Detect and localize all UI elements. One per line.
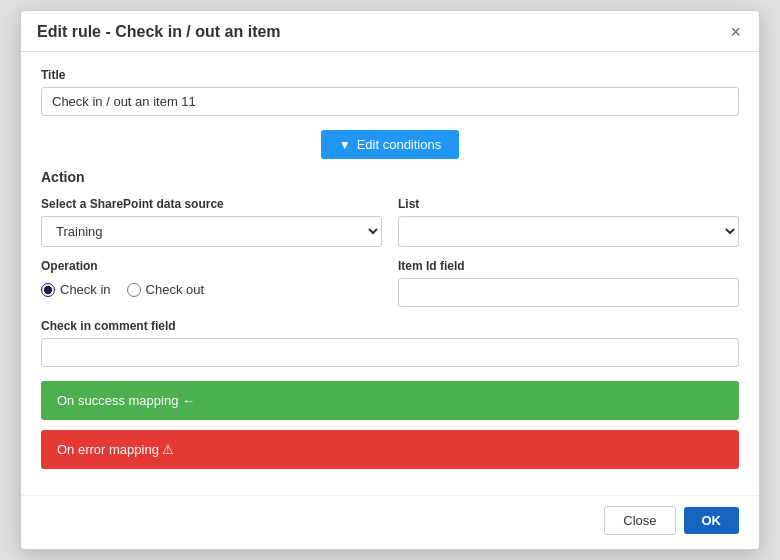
checkin-label: Check in: [60, 282, 111, 297]
item-id-group: Item Id field: [398, 259, 739, 307]
success-mapping-button[interactable]: On success mapping ←: [41, 381, 739, 420]
filter-icon: ▼: [339, 138, 351, 152]
datasource-list-row: Select a SharePoint data source Training…: [41, 197, 739, 247]
operation-label: Operation: [41, 259, 382, 273]
action-title: Action: [41, 169, 739, 185]
checkout-radio[interactable]: [127, 283, 141, 297]
operation-itemid-row: Operation Check in Check out Item Id fie: [41, 259, 739, 307]
title-field-group: Title: [41, 68, 739, 116]
dialog-header: Edit rule - Check in / out an item ×: [21, 11, 759, 52]
operation-group: Operation Check in Check out: [41, 259, 382, 297]
datasource-select[interactable]: Training: [41, 216, 382, 247]
list-label: List: [398, 197, 739, 211]
checkin-comment-label: Check in comment field: [41, 319, 739, 333]
title-label: Title: [41, 68, 739, 82]
action-section: Action Select a SharePoint data source T…: [41, 169, 739, 469]
item-id-label: Item Id field: [398, 259, 739, 273]
close-icon-button[interactable]: ×: [728, 23, 743, 41]
datasource-label: Select a SharePoint data source: [41, 197, 382, 211]
dialog-body: Title ▼ Edit conditions Action Select a …: [21, 52, 759, 495]
error-mapping-label: On error mapping ⚠: [57, 442, 175, 457]
list-select[interactable]: [398, 216, 739, 247]
list-group: List: [398, 197, 739, 247]
operation-radio-group: Check in Check out: [41, 282, 382, 297]
edit-conditions-row: ▼ Edit conditions: [41, 130, 739, 159]
checkin-radio-label[interactable]: Check in: [41, 282, 111, 297]
edit-conditions-button[interactable]: ▼ Edit conditions: [321, 130, 459, 159]
checkin-comment-group: Check in comment field: [41, 319, 739, 367]
ok-button[interactable]: OK: [684, 507, 740, 534]
checkout-radio-label[interactable]: Check out: [127, 282, 205, 297]
edit-conditions-label: Edit conditions: [357, 137, 442, 152]
datasource-group: Select a SharePoint data source Training: [41, 197, 382, 247]
title-input[interactable]: [41, 87, 739, 116]
error-mapping-button[interactable]: On error mapping ⚠: [41, 430, 739, 469]
checkin-comment-input[interactable]: [41, 338, 739, 367]
edit-rule-dialog: Edit rule - Check in / out an item × Tit…: [20, 10, 760, 550]
checkin-radio[interactable]: [41, 283, 55, 297]
item-id-input[interactable]: [398, 278, 739, 307]
checkout-label: Check out: [146, 282, 205, 297]
success-mapping-label: On success mapping ←: [57, 393, 195, 408]
close-button[interactable]: Close: [604, 506, 675, 535]
dialog-title: Edit rule - Check in / out an item: [37, 23, 281, 41]
dialog-footer: Close OK: [21, 495, 759, 549]
